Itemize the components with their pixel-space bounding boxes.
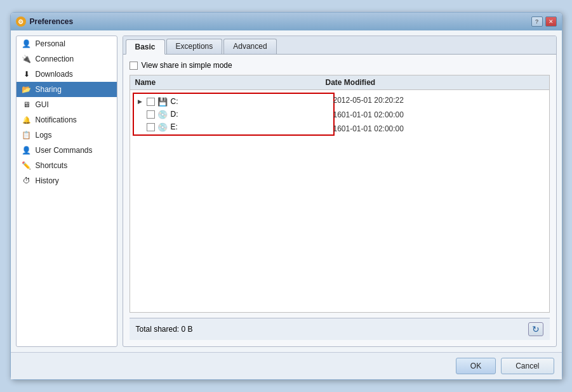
tab-exceptions[interactable]: Exceptions — [166, 39, 223, 54]
file-list-container: Name Date Modified ▶ C: — [130, 75, 550, 313]
history-icon — [22, 176, 32, 186]
sidebar-label-downloads: Downloads — [36, 70, 73, 79]
view-option: View share in simple mode — [130, 61, 550, 70]
sidebar-label-sharing: Sharing — [36, 85, 62, 94]
monitor-icon — [22, 100, 32, 110]
drive-e-name: E: — [171, 122, 329, 131]
drive-e-icon — [157, 122, 168, 132]
drive-c-name: C: — [171, 97, 329, 106]
view-simple-mode-label: View share in simple mode — [142, 61, 232, 70]
title-bar-left: ⚙ Preferences — [16, 16, 74, 27]
dialog-title: Preferences — [30, 17, 74, 26]
sidebar-item-history[interactable]: History — [17, 173, 117, 188]
preferences-dialog: ⚙ Preferences ? ✕ Personal Connection Do… — [10, 12, 562, 380]
sidebar-item-connection[interactable]: Connection — [17, 51, 117, 67]
refresh-button[interactable]: ↻ — [528, 322, 543, 336]
table-row[interactable]: ▶ E: — [135, 121, 332, 133]
dialog-footer: OK Cancel — [11, 352, 562, 379]
file-list-body: ▶ C: ▶ D: — [130, 90, 549, 312]
sidebar-label-connection: Connection — [36, 55, 74, 63]
sidebar-item-sharing[interactable]: Sharing — [17, 82, 117, 97]
drive-c-icon — [157, 96, 168, 107]
sidebar-label-notifications: Notifications — [36, 115, 77, 124]
column-name: Name — [130, 77, 321, 88]
sidebar-item-user-commands[interactable]: User Commands — [17, 143, 117, 158]
cancel-button[interactable]: Cancel — [501, 358, 554, 374]
sidebar-label-logs: Logs — [36, 131, 52, 140]
expand-arrow-c[interactable]: ▶ — [138, 98, 147, 105]
tab-content-basic: View share in simple mode Name Date Modi… — [123, 55, 556, 346]
drive-checkbox-d[interactable] — [147, 110, 155, 119]
file-list-header: Name Date Modified — [130, 75, 549, 90]
dialog-body: Personal Connection Downloads Sharing GU… — [11, 30, 562, 352]
title-bar: ⚙ Preferences ? ✕ — [11, 13, 562, 30]
sidebar-item-shortcuts[interactable]: Shortcuts — [17, 158, 117, 173]
ok-button[interactable]: OK — [456, 358, 496, 374]
logs-icon — [22, 130, 32, 140]
app-icon: ⚙ — [16, 16, 26, 27]
sidebar-label-user-commands: User Commands — [36, 146, 93, 155]
bell-icon — [22, 115, 32, 125]
help-button[interactable]: ? — [531, 16, 543, 27]
main-panel: Basic Exceptions Advanced View share in … — [123, 36, 557, 347]
table-row[interactable]: ▶ D: — [135, 108, 332, 121]
download-icon — [22, 69, 32, 79]
sidebar-item-personal[interactable]: Personal — [17, 36, 117, 51]
sidebar-label-gui: GUI — [36, 100, 49, 109]
total-shared-label: Total shared: 0 B — [136, 325, 193, 334]
share-icon — [22, 84, 32, 95]
tabs: Basic Exceptions Advanced — [123, 36, 556, 55]
sidebar-label-history: History — [36, 176, 59, 185]
drive-checkbox-e[interactable] — [147, 123, 155, 131]
drive-checkbox-c[interactable] — [147, 98, 155, 106]
sidebar-item-downloads[interactable]: Downloads — [17, 67, 117, 82]
close-button[interactable]: ✕ — [545, 16, 557, 27]
tab-advanced[interactable]: Advanced — [223, 39, 276, 54]
dates-column: 2012-05-01 20:20:22 1601-01-01 02:00:00 … — [333, 90, 404, 138]
view-simple-mode-checkbox[interactable] — [130, 62, 138, 70]
sidebar: Personal Connection Downloads Sharing GU… — [16, 36, 117, 347]
drive-d-name: D: — [171, 110, 329, 119]
drive-c-date: 2012-05-01 20:20:22 — [333, 93, 404, 108]
table-row[interactable]: ▶ C: — [135, 95, 332, 108]
status-bar: Total shared: 0 B ↻ — [130, 318, 550, 340]
tab-basic[interactable]: Basic — [126, 39, 165, 55]
title-bar-buttons: ? ✕ — [531, 16, 557, 27]
shortcut-icon — [22, 160, 32, 171]
drive-d-icon — [157, 109, 168, 119]
plug-icon — [22, 54, 32, 64]
user-cmd-icon — [22, 145, 32, 155]
drive-e-date: 1601-01-01 02:00:00 — [333, 122, 404, 136]
selected-region: ▶ C: ▶ D: — [133, 93, 335, 136]
drive-d-date: 1601-01-01 02:00:00 — [333, 108, 404, 122]
sidebar-item-notifications[interactable]: Notifications — [17, 112, 117, 127]
sidebar-item-gui[interactable]: GUI — [17, 97, 117, 112]
sidebar-label-shortcuts: Shortcuts — [36, 161, 68, 170]
sidebar-label-personal: Personal — [36, 39, 65, 48]
sidebar-item-logs[interactable]: Logs — [17, 127, 117, 143]
column-date-modified: Date Modified — [321, 77, 549, 88]
person-icon — [22, 39, 32, 49]
